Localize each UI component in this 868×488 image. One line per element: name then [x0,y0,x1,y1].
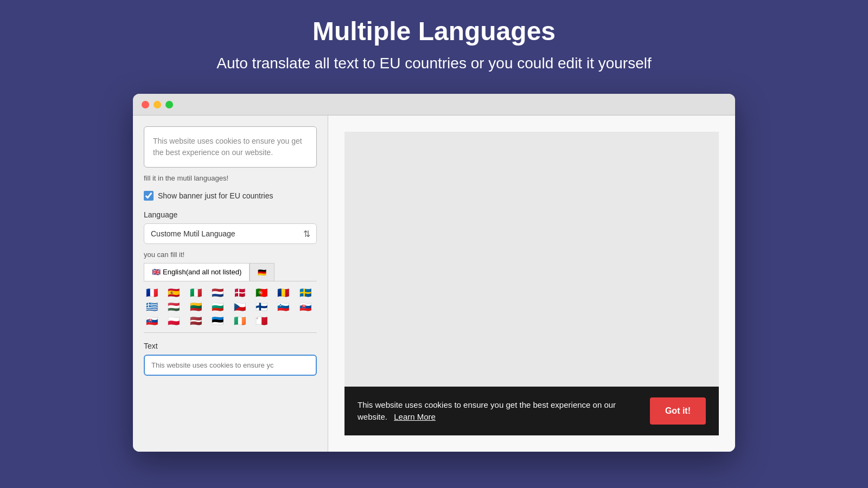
text-input[interactable] [144,355,317,376]
flag-cz[interactable]: 🇨🇿 [232,301,248,313]
flag-pl[interactable]: 🇵🇱 [165,315,182,327]
flag-ro[interactable]: 🇷🇴 [275,287,291,299]
show-banner-checkbox[interactable] [144,191,154,201]
flag-it[interactable]: 🇮🇹 [188,287,204,299]
mac-content: This website uses cookies to ensure you … [133,115,735,452]
language-select-wrapper: Custome Mutil Language English German Fr… [144,223,317,244]
flag-ie[interactable]: 🇮🇪 [232,315,248,327]
flag-si[interactable]: 🇸🇮 [275,301,291,313]
flag-mt[interactable]: 🇲🇹 [253,315,270,327]
language-label: Language [144,210,317,219]
maximize-button[interactable] [165,101,173,108]
right-panel: This website uses cookies to ensure you … [328,115,735,452]
learn-more-link[interactable]: Learn More [394,412,436,421]
flag-lt[interactable]: 🇱🇹 [188,301,204,313]
flag-nl[interactable]: 🇳🇱 [209,287,226,299]
flag-bg[interactable]: 🇧🇬 [209,301,226,313]
language-select[interactable]: Custome Mutil Language English German Fr… [144,223,317,244]
cookie-text-preview: This website uses cookies to ensure you … [144,126,317,168]
english-flag-icon: 🇬🇧 [152,268,161,276]
flag-lv[interactable]: 🇱🇻 [188,315,204,327]
show-banner-row: Show banner just for EU countries [144,191,317,201]
show-banner-label: Show banner just for EU countries [158,191,273,200]
tab-english[interactable]: 🇬🇧 English(and all not listed) [144,263,250,281]
fill-note: fill it in the mutil languages! [144,174,317,182]
mac-titlebar [133,94,735,115]
language-tabs: 🇬🇧 English(and all not listed) 🇩🇪 [144,263,317,281]
close-button[interactable] [142,101,149,108]
flag-sk[interactable]: 🇸🇰 [297,301,314,313]
flag-gr[interactable]: 🇬🇷 [144,301,160,313]
german-flag-icon: 🇩🇪 [258,268,266,277]
flag-se[interactable]: 🇸🇪 [297,287,314,299]
tab-german[interactable]: 🇩🇪 [250,263,275,281]
flag-hu[interactable]: 🇭🇺 [165,301,182,313]
cookie-preview-text: This website uses cookies to ensure you … [153,137,302,157]
banner-text: This website uses cookies to ensure you … [358,399,639,423]
preview-area [344,132,719,387]
flag-ee[interactable]: 🇪🇪 [209,315,226,327]
page-title: Multiple Languages [312,16,556,46]
minimize-button[interactable] [154,101,161,108]
text-label: Text [144,342,317,350]
flag-pt[interactable]: 🇵🇹 [253,287,270,299]
flag-fi[interactable]: 🇫🇮 [253,301,270,313]
left-panel: This website uses cookies to ensure you … [133,115,328,452]
flag-dk[interactable]: 🇩🇰 [232,287,248,299]
mac-window: This website uses cookies to ensure you … [133,94,735,452]
flag-fr[interactable]: 🇫🇷 [144,287,160,299]
flag-grid: 🇫🇷 🇪🇸 🇮🇹 🇳🇱 🇩🇰 🇵🇹 🇷🇴 🇸🇪 🇬🇷 🇭🇺 🇱🇹 🇧🇬 🇨🇿 🇫… [144,281,317,333]
page-subtitle: Auto translate all text to EU countries … [216,55,652,72]
cookie-banner: This website uses cookies to ensure you … [344,387,719,435]
flag-es[interactable]: 🇪🇸 [165,287,182,299]
fill-note2: you can fill it! [144,251,317,259]
got-it-button[interactable]: Got it! [650,397,706,425]
flag-sk2[interactable]: 🇸🇰 [144,315,160,327]
tab-english-label: English(and all not listed) [163,268,241,276]
